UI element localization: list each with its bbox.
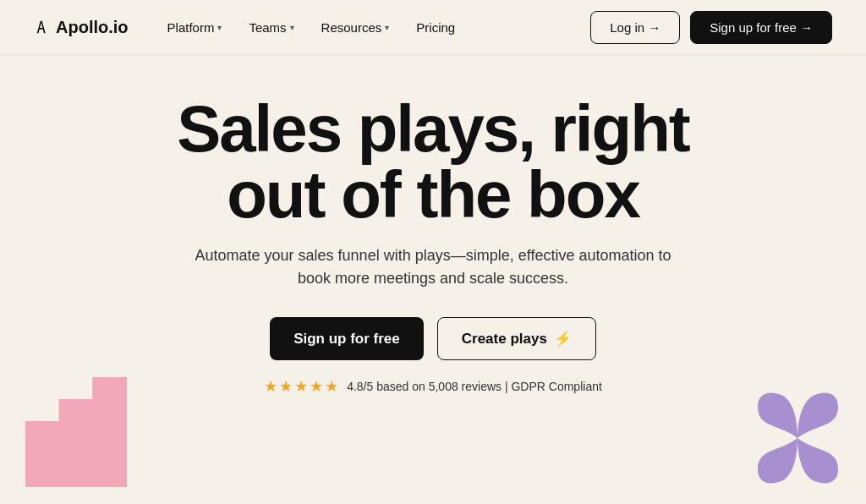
platform-chevron-icon: ▾ [217, 23, 222, 32]
teams-chevron-icon: ▾ [290, 23, 294, 32]
logo-text: Apollo.io [56, 18, 129, 37]
nav-actions: Log in → Sign up for free → [590, 11, 832, 44]
nav-resources[interactable]: Resources ▾ [310, 14, 402, 41]
nav-links: Platform ▾ Teams ▾ Resources ▾ Pricing [156, 14, 591, 41]
signup-hero-button[interactable]: Sign up for free [270, 317, 424, 360]
rating-stars: ★★★★★ [264, 377, 340, 396]
signup-nav-button[interactable]: Sign up for free → [690, 11, 832, 44]
hero-subtitle: Automate your sales funnel with plays—si… [188, 244, 678, 290]
login-button[interactable]: Log in → [590, 11, 680, 44]
create-plays-button[interactable]: Create plays ⚡ [437, 317, 596, 360]
hero-buttons: Sign up for free Create plays ⚡ [270, 317, 596, 360]
nav-platform[interactable]: Platform ▾ [156, 14, 234, 41]
rating-text: 4.8/5 based on 5,008 reviews | GDPR Comp… [347, 380, 602, 393]
logo[interactable]: Apollo.io [34, 18, 129, 37]
nav-pricing[interactable]: Pricing [404, 14, 467, 41]
decorative-purple-shape [754, 386, 842, 491]
nav-teams[interactable]: Teams ▾ [237, 14, 305, 41]
resources-chevron-icon: ▾ [385, 23, 389, 32]
decorative-pink-shape [25, 377, 127, 487]
hero-title: Sales plays, right out of the box [177, 96, 689, 227]
lightning-icon: ⚡ [554, 330, 572, 348]
hero-rating: ★★★★★ 4.8/5 based on 5,008 reviews | GDP… [264, 377, 602, 396]
navbar: Apollo.io Platform ▾ Teams ▾ Resources ▾… [0, 0, 866, 55]
hero-section: Sales plays, right out of the box Automa… [0, 55, 866, 504]
